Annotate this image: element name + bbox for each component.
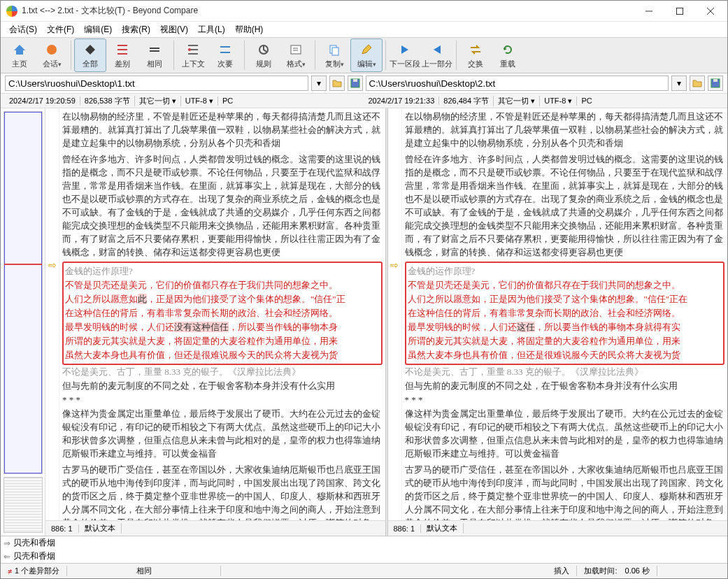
right-cursor-pos: 886: 1 xyxy=(388,524,422,533)
left-save[interactable] xyxy=(348,76,363,91)
right-text[interactable]: 在以物易物的经济里，不管是鞋匠还是种苹果的，每天都得搞清楚几而且这还不算最糟的。… xyxy=(402,108,728,520)
folder-icon xyxy=(692,79,702,87)
left-size: 826,538 字节 xyxy=(80,96,135,106)
right-pc: PC xyxy=(577,96,596,105)
btn-reload[interactable]: 重载 xyxy=(492,38,524,72)
btn-same[interactable]: 相同 xyxy=(138,38,171,72)
folder-icon xyxy=(332,79,342,87)
window-title: 1.txt <--> 2.txt - 文本比较(T) - Beyond Comp… xyxy=(22,5,634,17)
left-encoding[interactable]: UTF-8 ▾ xyxy=(181,96,218,106)
btn-session[interactable]: 会话▾ xyxy=(36,38,68,72)
close-button[interactable] xyxy=(695,1,726,21)
right-date: 2024/2/17 19:21:33 xyxy=(364,96,440,105)
swap-icon xyxy=(468,42,483,57)
all-icon xyxy=(83,42,98,57)
menu-tools[interactable]: 工具(L) xyxy=(194,22,229,37)
btn-context[interactable]: 上下文 xyxy=(177,38,209,72)
left-footer: 886: 1 默认文本 xyxy=(45,520,385,536)
left-dropdown[interactable]: ▾ xyxy=(311,76,327,91)
arrow-left-icon: ⇐ xyxy=(3,552,13,562)
btn-minor[interactable]: 次要 xyxy=(209,38,241,72)
menu-help[interactable]: 帮助(H) xyxy=(231,22,268,37)
left-pc: PC xyxy=(218,96,237,105)
preview-line[interactable]: 贝壳和香烟 xyxy=(13,537,55,549)
prev-icon xyxy=(429,42,445,57)
home-icon xyxy=(12,42,27,57)
status-load-label: 加载时间: xyxy=(584,566,617,576)
app-window: 1.txt <--> 2.txt - 文本比较(T) - Beyond Comp… xyxy=(0,0,728,579)
right-arrow-gutter: ⇨ xyxy=(388,108,402,520)
left-path-input[interactable] xyxy=(5,76,308,91)
right-mode: 默认文本 xyxy=(421,523,464,534)
left-pane: ⇨ 在以物易物的经济里，不管是鞋匠还是种苹果的，每天都得搞清楚几而且这还不算最糟… xyxy=(45,108,385,536)
disk-icon xyxy=(711,78,720,88)
menu-file[interactable]: 文件(F) xyxy=(43,22,78,37)
path-row: ▾ ▾ xyxy=(1,73,727,93)
minimize-button[interactable] xyxy=(634,1,664,21)
diff-arrow-icon[interactable]: ⇨ xyxy=(45,259,59,271)
left-browse[interactable] xyxy=(329,76,345,91)
reload-icon xyxy=(500,42,515,57)
diff-icon xyxy=(115,42,130,57)
svg-rect-0 xyxy=(677,8,683,14)
right-pane: ⇨ 在以物易物的经济里，不管是鞋匠还是种苹果的，每天都得搞清楚几而且这还不算最糟… xyxy=(388,108,728,536)
right-dropdown[interactable]: ▾ xyxy=(671,76,687,91)
right-encoding[interactable]: UTF-8 ▾ xyxy=(540,96,577,106)
left-other[interactable]: 其它一切 ▾ xyxy=(135,96,181,106)
title-bar[interactable]: 1.txt <--> 2.txt - 文本比较(T) - Beyond Comp… xyxy=(1,1,727,22)
btn-next[interactable]: 下一区段 xyxy=(389,38,421,72)
file-info-bar: 2024/2/17 19:20:59 826,538 字节 其它一切 ▾ UTF… xyxy=(1,93,727,108)
arrow-right-icon: ⇒ xyxy=(3,538,13,548)
copy-icon xyxy=(327,42,342,57)
diff-block: 金钱的运作原理? 不管是贝壳还是美元，它们的价值都只存在于我们共同的想象之中。 … xyxy=(62,262,383,365)
edit-icon xyxy=(359,42,374,57)
menu-edit[interactable]: 编辑(E) xyxy=(80,22,116,37)
btn-diff[interactable]: 差别 xyxy=(106,38,138,72)
menu-session[interactable]: 会话(S) xyxy=(5,22,41,37)
maximize-button[interactable] xyxy=(664,1,695,21)
right-path-input[interactable] xyxy=(366,76,669,91)
btn-rules[interactable]: 规则 xyxy=(248,38,280,72)
menu-view[interactable]: 视图(V) xyxy=(156,22,192,37)
left-arrow-gutter: ⇨ xyxy=(45,108,59,520)
toolbar: 主页 会话▾ 全部 差别 相同 上下文 次要 规则 格式▾ 复制▾ 编辑▾ 下一… xyxy=(1,37,727,73)
btn-copy[interactable]: 复制▾ xyxy=(318,38,350,72)
btn-home[interactable]: 主页 xyxy=(3,38,36,72)
btn-prev[interactable]: 上一部分 xyxy=(421,38,453,72)
preview-line[interactable]: 贝壳和香烟 xyxy=(13,550,55,562)
left-text[interactable]: 在以物易物的经济里，不管是鞋匠还是种苹果的，每天都得搞清楚几而且这还不算最糟的。… xyxy=(59,108,385,520)
svg-rect-4 xyxy=(291,45,301,54)
diff-indicator-icon: ≠ xyxy=(8,567,12,576)
svg-rect-10 xyxy=(713,79,718,82)
merge-preview: ⇒贝壳和香烟 ⇐贝壳和香烟 xyxy=(1,536,727,563)
status-diff: 1 个差异部分 xyxy=(15,566,59,576)
svg-rect-6 xyxy=(332,48,338,55)
btn-all[interactable]: 全部 xyxy=(74,38,106,72)
rules-icon xyxy=(256,42,271,57)
right-other[interactable]: 其它一切 ▾ xyxy=(494,96,540,106)
diff-arrow-icon[interactable]: ⇨ xyxy=(388,259,401,271)
btn-edit[interactable]: 编辑▾ xyxy=(350,38,383,72)
status-same: 相同 xyxy=(136,566,152,576)
left-mode: 默认文本 xyxy=(79,523,122,534)
right-browse[interactable] xyxy=(690,76,705,91)
right-save[interactable] xyxy=(708,76,723,91)
same-icon xyxy=(147,42,162,57)
btn-format[interactable]: 格式▾ xyxy=(280,38,312,72)
btn-swap[interactable]: 交换 xyxy=(459,38,492,72)
format-icon xyxy=(288,42,304,57)
minor-icon xyxy=(217,42,233,57)
menu-search[interactable]: 搜索(R) xyxy=(117,22,155,37)
app-icon xyxy=(6,6,17,17)
overview-mini[interactable] xyxy=(3,477,43,533)
svg-rect-8 xyxy=(353,79,357,82)
status-load-time: 0.06 秒 xyxy=(625,566,650,576)
session-icon xyxy=(44,42,59,57)
diff-block: 金钱的运作原理? 不管是贝壳还是美元，它们的价值都只存在于我们共同的想象之中。 … xyxy=(405,262,725,365)
right-size: 826,484 字节 xyxy=(439,96,494,106)
overview-gutter[interactable] xyxy=(1,108,45,536)
menu-bar: 会话(S) 文件(F) 编辑(E) 搜索(R) 视图(V) 工具(L) 帮助(H… xyxy=(1,22,727,37)
status-insert: 插入 xyxy=(554,566,569,576)
compare-area: ⇨ 在以物易物的经济里，不管是鞋匠还是种苹果的，每天都得搞清楚几而且这还不算最糟… xyxy=(1,108,727,536)
overview-thumb[interactable] xyxy=(3,111,43,474)
